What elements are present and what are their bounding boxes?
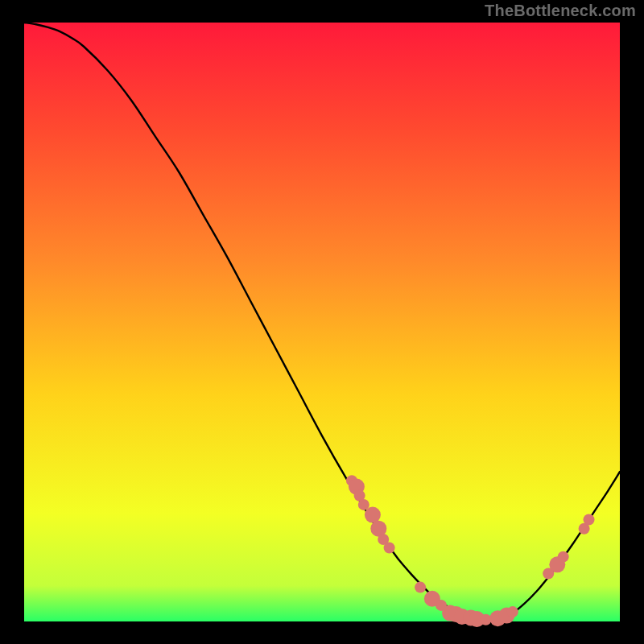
curve-marker (558, 551, 569, 563)
curve-marker (384, 542, 395, 553)
watermark-text: TheBottleneck.com (485, 2, 636, 20)
chart-root: TheBottleneck.com (0, 0, 644, 644)
bottleneck-chart (0, 0, 644, 644)
curve-marker (584, 514, 595, 526)
curve-marker (415, 582, 426, 593)
curve-marker (481, 614, 492, 625)
curve-marker (507, 606, 518, 617)
plot-background (24, 23, 620, 621)
curve-marker (365, 507, 381, 523)
